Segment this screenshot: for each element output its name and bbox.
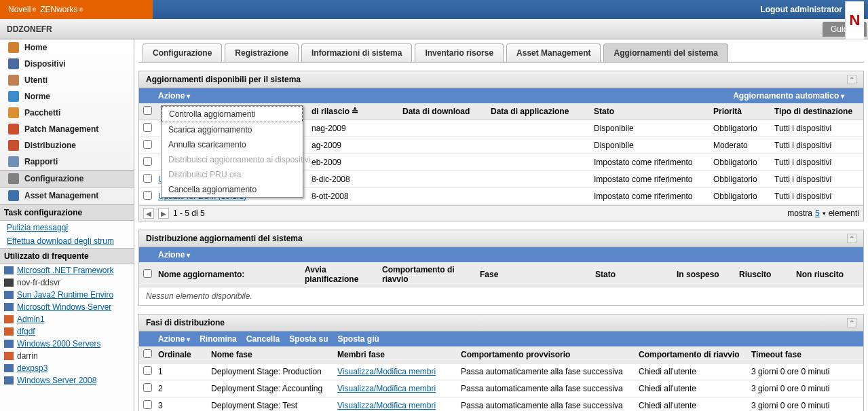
nav-item-dispositivi[interactable]: Dispositivi	[0, 56, 134, 72]
freq-item[interactable]: Microsoft Windows Server	[0, 301, 134, 313]
freq-item[interactable]: Microsoft .NET Framework	[0, 264, 134, 276]
tab-registrazione[interactable]: Registrazione	[225, 43, 299, 62]
freq-link[interactable]: Sun Java2 Runtime Enviro	[17, 290, 113, 300]
select-all-checkbox[interactable]	[143, 106, 152, 115]
col-reboot-behavior[interactable]: Comportamento di riavvio	[382, 265, 480, 284]
menu-item[interactable]: Scarica aggiornamento	[162, 122, 303, 137]
action-dropdown[interactable]: Azione	[158, 334, 190, 344]
freq-link[interactable]: Microsoft .NET Framework	[17, 266, 113, 275]
col-phase[interactable]: Fase	[480, 270, 595, 279]
next-page-button[interactable]: ▶	[158, 208, 169, 219]
cell-priority: Obbligatorio	[713, 192, 774, 201]
tab-inventario-risorse[interactable]: Inventario risorse	[415, 43, 504, 62]
col-phase-name[interactable]: Nome fase	[211, 350, 337, 359]
col-pending[interactable]: In sospeso	[677, 270, 739, 279]
select-all-checkbox[interactable]	[143, 349, 152, 358]
row-checkbox[interactable]	[143, 383, 152, 392]
table-row: 3Deployment Stage: TestVisualizza/Modifi…	[139, 397, 863, 411]
nav-item-norme[interactable]: Norme	[0, 88, 134, 105]
members-link[interactable]: Visualizza/Modifica membri	[337, 367, 436, 376]
rename-action[interactable]: Rinomina	[200, 334, 237, 344]
task-link[interactable]: Pulizia messaggi	[0, 221, 134, 234]
col-priority[interactable]: Priorità	[713, 107, 774, 116]
row-checkbox[interactable]	[143, 400, 152, 409]
freq-item[interactable]: Windows 2000 Servers	[0, 338, 134, 350]
action-dropdown[interactable]: Azione	[158, 91, 190, 101]
freq-item[interactable]: nov-fr-ddsvr	[0, 276, 134, 289]
row-checkbox[interactable]	[143, 174, 152, 183]
col-state[interactable]: Stato	[594, 107, 713, 116]
tab-aggiornamenti-del-sistema[interactable]: Aggiornamenti del sistema	[603, 43, 728, 62]
move-down-action[interactable]: Sposta giù	[338, 334, 379, 344]
action-dropdown[interactable]: Azione	[158, 250, 190, 260]
col-start-sched[interactable]: Avvia pianificazione	[305, 265, 382, 284]
col-success[interactable]: Riuscito	[739, 270, 796, 279]
col-dest-type[interactable]: Tipo di destinazione	[774, 107, 859, 116]
freq-link[interactable]: dexpsp3	[17, 363, 48, 373]
item-icon	[4, 364, 14, 372]
col-reboot-behavior[interactable]: Comportamento di riavvio	[639, 350, 751, 359]
freq-link[interactable]: dfgdf	[17, 327, 35, 336]
freq-item[interactable]: Sun Java2 Runtime Enviro	[0, 289, 134, 301]
collapse-icon[interactable]: ⌃	[847, 234, 856, 243]
nav-item-home[interactable]: Home	[0, 39, 134, 56]
cell-state: Impostato come riferimento	[594, 175, 713, 184]
nav-item-pacchetti[interactable]: Pacchetti	[0, 105, 134, 121]
freq-item[interactable]: darrin	[0, 350, 134, 362]
collapse-icon[interactable]: ⌃	[847, 318, 856, 327]
members-link[interactable]: Visualizza/Modifica membri	[337, 384, 436, 393]
menu-item[interactable]: Controlla aggiornamenti	[162, 106, 303, 122]
members-link[interactable]: Visualizza/Modifica membri	[337, 401, 436, 410]
col-temp-behavior[interactable]: Comportamento provvisorio	[461, 350, 639, 359]
cell-priority: Moderato	[713, 141, 774, 150]
tab-informazioni-di-sistema[interactable]: Informazioni di sistema	[301, 43, 412, 62]
select-all-checkbox[interactable]	[143, 269, 152, 278]
freq-item[interactable]: Admin1	[0, 313, 134, 325]
action-menu[interactable]: Controlla aggiornamentiScarica aggiornam…	[161, 105, 303, 198]
row-checkbox[interactable]	[143, 366, 152, 375]
auto-update-dropdown[interactable]: Aggiornamento automatico	[733, 91, 844, 101]
logout-link[interactable]: Logout administrator	[760, 5, 842, 14]
freq-item[interactable]: dexpsp3	[0, 362, 134, 374]
item-icon	[4, 315, 14, 323]
menu-item[interactable]: Annulla scaricamento	[162, 137, 303, 152]
col-timeout[interactable]: Timeout fase	[751, 350, 859, 359]
menu-item[interactable]: Cancella aggiornamento	[162, 182, 303, 197]
page-size[interactable]: 5	[815, 209, 820, 218]
tab-configurazione[interactable]: Configurazione	[143, 43, 222, 62]
nav-item-utenti[interactable]: Utenti	[0, 72, 134, 88]
freq-item[interactable]: dfgdf	[0, 325, 134, 338]
freq-link[interactable]: Windows 2000 Servers	[17, 339, 100, 349]
col-failed[interactable]: Non riuscito	[796, 270, 859, 279]
nav-label: Home	[24, 43, 47, 52]
nav-item-asset-management[interactable]: Asset Management	[0, 187, 134, 204]
cell-reboot: Chiedi all'utente	[639, 401, 751, 410]
freq-link[interactable]: Windows Server 2008	[17, 376, 96, 385]
freq-link[interactable]: Admin1	[17, 315, 45, 324]
col-release[interactable]: di rilascio ≙	[312, 107, 402, 116]
col-state[interactable]: Stato	[595, 270, 677, 279]
row-checkbox[interactable]	[143, 123, 152, 132]
tab-asset-management[interactable]: Asset Management	[506, 43, 601, 62]
row-checkbox[interactable]	[143, 191, 152, 200]
phases-grid-header: Ordinale Nome fase Membri fase Comportam…	[139, 346, 863, 363]
freq-item[interactable]: Windows Server 2008	[0, 374, 134, 387]
delete-action[interactable]: Cancella	[246, 334, 280, 344]
col-apply-date[interactable]: Data di applicazione	[491, 107, 594, 116]
col-update-name[interactable]: Nome aggiornamento:	[158, 270, 305, 279]
menu-item: Distribuisci aggiornamento ai dispositiv…	[162, 152, 303, 167]
prev-page-button[interactable]: ◀	[143, 208, 154, 219]
col-download-date[interactable]: Data di download	[402, 107, 491, 116]
row-checkbox[interactable]	[143, 157, 152, 166]
nav-item-patch-management[interactable]: Patch Management	[0, 121, 134, 137]
nav-item-rapporti[interactable]: Rapporti	[0, 154, 134, 170]
nav-item-distribuzione[interactable]: Distribuzione	[0, 137, 134, 154]
col-members[interactable]: Membri fase	[337, 350, 461, 359]
task-link[interactable]: Effettua download degli strum	[0, 234, 134, 248]
move-up-action[interactable]: Sposta su	[289, 334, 328, 344]
nav-item-configurazione[interactable]: Configurazione	[0, 170, 134, 187]
collapse-icon[interactable]: ⌃	[847, 75, 856, 84]
row-checkbox[interactable]	[143, 140, 152, 149]
col-ordinal[interactable]: Ordinale	[158, 350, 211, 359]
freq-link[interactable]: Microsoft Windows Server	[17, 302, 111, 312]
